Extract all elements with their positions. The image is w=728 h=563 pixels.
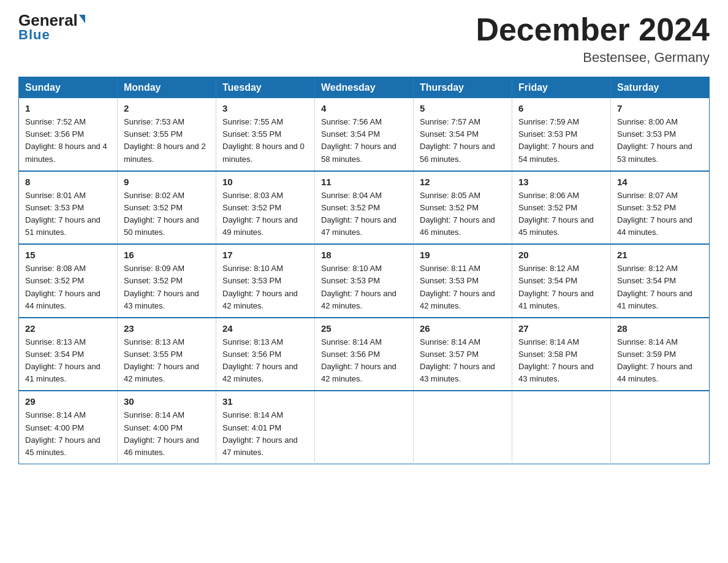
table-row: 28 Sunrise: 8:14 AMSunset: 3:59 PMDaylig… [611, 318, 710, 391]
header-wednesday: Wednesday [315, 77, 414, 99]
day-number: 26 [420, 323, 506, 334]
day-number: 28 [617, 323, 703, 334]
day-info: Sunrise: 8:14 AMSunset: 3:56 PMDaylight:… [321, 336, 407, 386]
day-number: 12 [420, 177, 506, 187]
day-number: 21 [617, 250, 703, 260]
page-header: General Blue December 2024 Bestensee, Ge… [18, 12, 710, 66]
day-info: Sunrise: 8:00 AMSunset: 3:53 PMDaylight:… [617, 116, 703, 166]
day-number: 15 [25, 250, 111, 260]
day-number: 5 [420, 103, 506, 113]
header-sunday: Sunday [19, 77, 118, 99]
day-info: Sunrise: 8:14 AMSunset: 4:01 PMDaylight:… [222, 409, 308, 459]
day-info: Sunrise: 8:14 AMSunset: 3:58 PMDaylight:… [518, 336, 604, 386]
day-number: 27 [518, 323, 604, 334]
table-row [512, 391, 611, 464]
logo-general: General [18, 12, 85, 28]
weekday-header-row: Sunday Monday Tuesday Wednesday Thursday… [19, 77, 710, 99]
table-row: 11 Sunrise: 8:04 AMSunset: 3:52 PMDaylig… [315, 171, 414, 245]
header-monday: Monday [118, 77, 216, 99]
day-number: 23 [124, 323, 210, 334]
day-info: Sunrise: 8:07 AMSunset: 3:52 PMDaylight:… [617, 190, 703, 239]
day-number: 3 [222, 103, 308, 113]
day-info: Sunrise: 7:59 AMSunset: 3:53 PMDaylight:… [518, 116, 604, 166]
table-row: 9 Sunrise: 8:02 AMSunset: 3:52 PMDayligh… [118, 171, 216, 245]
calendar-week-row: 22 Sunrise: 8:13 AMSunset: 3:54 PMDaylig… [19, 318, 710, 391]
table-row: 21 Sunrise: 8:12 AMSunset: 3:54 PMDaylig… [611, 244, 710, 318]
location-subtitle: Bestensee, Germany [476, 50, 710, 66]
logo: General Blue [18, 12, 85, 43]
day-info: Sunrise: 8:14 AMSunset: 3:57 PMDaylight:… [420, 336, 506, 386]
day-info: Sunrise: 8:05 AMSunset: 3:52 PMDaylight:… [420, 190, 506, 239]
table-row: 6 Sunrise: 7:59 AMSunset: 3:53 PMDayligh… [512, 98, 611, 171]
day-info: Sunrise: 8:08 AMSunset: 3:52 PMDaylight:… [25, 262, 111, 312]
table-row: 2 Sunrise: 7:53 AMSunset: 3:55 PMDayligh… [118, 98, 216, 171]
day-number: 20 [518, 250, 604, 260]
table-row: 31 Sunrise: 8:14 AMSunset: 4:01 PMDaylig… [216, 391, 315, 464]
table-row: 20 Sunrise: 8:12 AMSunset: 3:54 PMDaylig… [512, 244, 611, 318]
day-number: 8 [25, 177, 111, 187]
day-info: Sunrise: 8:14 AMSunset: 4:00 PMDaylight:… [124, 409, 210, 459]
day-info: Sunrise: 8:01 AMSunset: 3:53 PMDaylight:… [25, 190, 111, 239]
day-info: Sunrise: 8:10 AMSunset: 3:53 PMDaylight:… [222, 262, 308, 312]
table-row: 22 Sunrise: 8:13 AMSunset: 3:54 PMDaylig… [19, 318, 118, 391]
table-row: 5 Sunrise: 7:57 AMSunset: 3:54 PMDayligh… [414, 98, 512, 171]
day-number: 18 [321, 250, 407, 260]
day-info: Sunrise: 8:14 AMSunset: 3:59 PMDaylight:… [617, 336, 703, 386]
day-info: Sunrise: 7:52 AMSunset: 3:56 PMDaylight:… [25, 116, 111, 166]
table-row: 23 Sunrise: 8:13 AMSunset: 3:55 PMDaylig… [118, 318, 216, 391]
day-info: Sunrise: 7:57 AMSunset: 3:54 PMDaylight:… [420, 116, 506, 166]
day-info: Sunrise: 8:06 AMSunset: 3:52 PMDaylight:… [518, 190, 604, 239]
day-info: Sunrise: 8:09 AMSunset: 3:52 PMDaylight:… [124, 262, 210, 312]
table-row: 8 Sunrise: 8:01 AMSunset: 3:53 PMDayligh… [19, 171, 118, 245]
calendar-week-row: 29 Sunrise: 8:14 AMSunset: 4:00 PMDaylig… [19, 391, 710, 464]
logo-triangle-icon [79, 15, 85, 23]
day-number: 22 [25, 323, 111, 334]
day-number: 13 [518, 177, 604, 187]
day-number: 31 [222, 396, 308, 407]
day-number: 10 [222, 177, 308, 187]
day-number: 11 [321, 177, 407, 187]
day-number: 25 [321, 323, 407, 334]
table-row: 3 Sunrise: 7:55 AMSunset: 3:55 PMDayligh… [216, 98, 315, 171]
day-number: 17 [222, 250, 308, 260]
table-row: 4 Sunrise: 7:56 AMSunset: 3:54 PMDayligh… [315, 98, 414, 171]
table-row: 18 Sunrise: 8:10 AMSunset: 3:53 PMDaylig… [315, 244, 414, 318]
day-info: Sunrise: 7:56 AMSunset: 3:54 PMDaylight:… [321, 116, 407, 166]
calendar-week-row: 15 Sunrise: 8:08 AMSunset: 3:52 PMDaylig… [19, 244, 710, 318]
header-saturday: Saturday [611, 77, 710, 99]
table-row: 17 Sunrise: 8:10 AMSunset: 3:53 PMDaylig… [216, 244, 315, 318]
table-row: 14 Sunrise: 8:07 AMSunset: 3:52 PMDaylig… [611, 171, 710, 245]
table-row [611, 391, 710, 464]
day-number: 9 [124, 177, 210, 187]
logo-blue: Blue [18, 27, 50, 43]
header-friday: Friday [512, 77, 611, 99]
day-info: Sunrise: 8:10 AMSunset: 3:53 PMDaylight:… [321, 262, 407, 312]
day-number: 1 [25, 103, 111, 113]
day-number: 6 [518, 103, 604, 113]
day-info: Sunrise: 8:02 AMSunset: 3:52 PMDaylight:… [124, 190, 210, 239]
day-info: Sunrise: 8:03 AMSunset: 3:52 PMDaylight:… [222, 190, 308, 239]
table-row: 29 Sunrise: 8:14 AMSunset: 4:00 PMDaylig… [19, 391, 118, 464]
table-row: 30 Sunrise: 8:14 AMSunset: 4:00 PMDaylig… [118, 391, 216, 464]
table-row: 13 Sunrise: 8:06 AMSunset: 3:52 PMDaylig… [512, 171, 611, 245]
calendar-table: Sunday Monday Tuesday Wednesday Thursday… [18, 77, 710, 464]
day-number: 16 [124, 250, 210, 260]
day-info: Sunrise: 8:12 AMSunset: 3:54 PMDaylight:… [518, 262, 604, 312]
month-year-title: December 2024 [476, 12, 710, 47]
day-number: 4 [321, 103, 407, 113]
table-row: 7 Sunrise: 8:00 AMSunset: 3:53 PMDayligh… [611, 98, 710, 171]
header-tuesday: Tuesday [216, 77, 315, 99]
day-number: 2 [124, 103, 210, 113]
table-row: 16 Sunrise: 8:09 AMSunset: 3:52 PMDaylig… [118, 244, 216, 318]
table-row [414, 391, 512, 464]
table-row: 25 Sunrise: 8:14 AMSunset: 3:56 PMDaylig… [315, 318, 414, 391]
day-number: 30 [124, 396, 210, 407]
day-info: Sunrise: 8:04 AMSunset: 3:52 PMDaylight:… [321, 190, 407, 239]
table-row: 12 Sunrise: 8:05 AMSunset: 3:52 PMDaylig… [414, 171, 512, 245]
day-number: 7 [617, 103, 703, 113]
day-info: Sunrise: 8:13 AMSunset: 3:55 PMDaylight:… [124, 336, 210, 386]
day-info: Sunrise: 8:11 AMSunset: 3:53 PMDaylight:… [420, 262, 506, 312]
table-row [315, 391, 414, 464]
table-row: 27 Sunrise: 8:14 AMSunset: 3:58 PMDaylig… [512, 318, 611, 391]
table-row: 26 Sunrise: 8:14 AMSunset: 3:57 PMDaylig… [414, 318, 512, 391]
